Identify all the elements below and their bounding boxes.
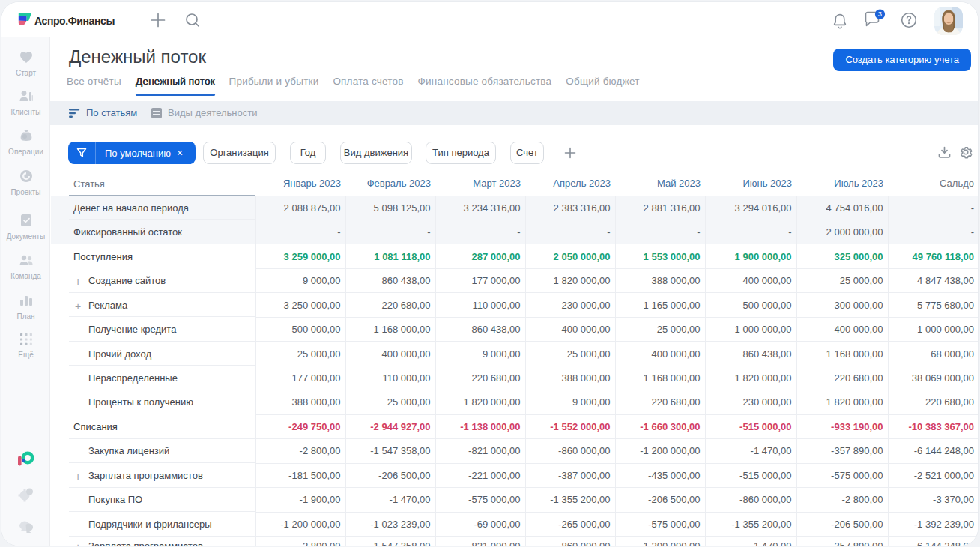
svg-text:3: 3 — [878, 10, 882, 18]
